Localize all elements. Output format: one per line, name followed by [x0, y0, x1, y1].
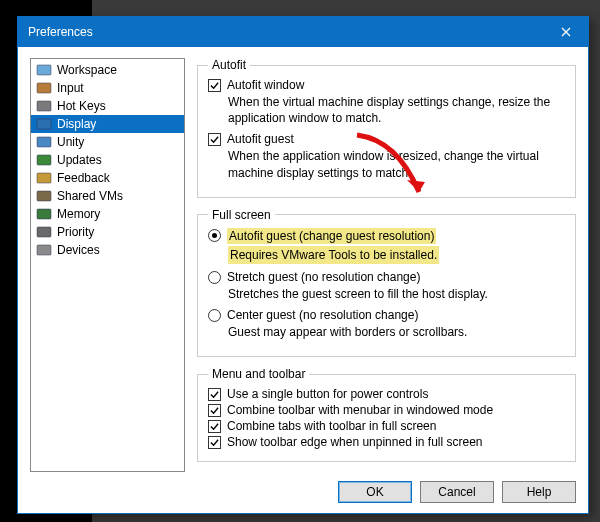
sidebar-item-memory[interactable]: Memory — [31, 205, 184, 223]
fullscreen-autofit-radio[interactable] — [208, 229, 221, 242]
titlebar[interactable]: Preferences — [18, 17, 588, 47]
fullscreen-stretch-desc: Stretches the guest screen to fill the h… — [228, 286, 565, 302]
sidebar-item-priority[interactable]: Priority — [31, 223, 184, 241]
sidebar-item-label: Shared VMs — [57, 189, 123, 203]
fullscreen-autofit-label[interactable]: Autofit guest (change guest resolution) — [227, 228, 436, 244]
preferences-dialog: Preferences WorkspaceInputHot KeysDispla… — [17, 16, 589, 514]
fullscreen-center-label[interactable]: Center guest (no resolution change) — [227, 308, 418, 322]
fullscreen-autofit-desc: Requires VMware Tools to be installed. — [228, 246, 439, 264]
autofit-guest-desc: When the application window is resized, … — [228, 148, 565, 180]
updates-icon — [36, 152, 52, 168]
autofit-window-desc: When the virtual machine display setting… — [228, 94, 565, 126]
fullscreen-legend: Full screen — [208, 208, 275, 222]
fullscreen-center-radio[interactable] — [208, 309, 221, 322]
sidebar-item-label: Updates — [57, 153, 102, 167]
dialog-footer: OK Cancel Help — [18, 481, 588, 515]
autofit-legend: Autofit — [208, 58, 250, 72]
priority-icon — [36, 224, 52, 240]
feedback-icon — [36, 170, 52, 186]
cancel-button[interactable]: Cancel — [420, 481, 494, 503]
svg-rect-9 — [37, 227, 51, 237]
combine-tabs-toolbar-checkbox[interactable] — [208, 420, 221, 433]
hotkeys-icon — [36, 98, 52, 114]
sidebar-item-input[interactable]: Input — [31, 79, 184, 97]
sidebar-item-label: Hot Keys — [57, 99, 106, 113]
devices-icon — [36, 242, 52, 258]
show-toolbar-edge-label[interactable]: Show toolbar edge when unpinned in full … — [227, 435, 483, 449]
autofit-window-label[interactable]: Autofit window — [227, 78, 304, 92]
category-list[interactable]: WorkspaceInputHot KeysDisplayUnityUpdate… — [30, 58, 185, 472]
autofit-guest-checkbox[interactable] — [208, 133, 221, 146]
sidebar-item-hot-keys[interactable]: Hot Keys — [31, 97, 184, 115]
svg-rect-4 — [37, 137, 51, 147]
sidebar-item-updates[interactable]: Updates — [31, 151, 184, 169]
svg-rect-5 — [37, 155, 51, 165]
help-button[interactable]: Help — [502, 481, 576, 503]
fullscreen-group: Full screen Autofit guest (change guest … — [197, 208, 576, 358]
combine-toolbar-menubar-checkbox[interactable] — [208, 404, 221, 417]
sidebar-item-label: Display — [57, 117, 96, 131]
svg-rect-10 — [37, 245, 51, 255]
menutoolbar-group: Menu and toolbar Use a single button for… — [197, 367, 576, 462]
unity-icon — [36, 134, 52, 150]
display-icon — [36, 116, 52, 132]
memory-icon — [36, 206, 52, 222]
svg-rect-0 — [37, 65, 51, 75]
sidebar-item-label: Unity — [57, 135, 84, 149]
ok-button[interactable]: OK — [338, 481, 412, 503]
sidebar-item-display[interactable]: Display — [31, 115, 184, 133]
sidebar-item-devices[interactable]: Devices — [31, 241, 184, 259]
sidebar-item-label: Workspace — [57, 63, 117, 77]
window-title: Preferences — [28, 25, 93, 39]
svg-rect-6 — [37, 173, 51, 183]
sidebar-item-unity[interactable]: Unity — [31, 133, 184, 151]
single-power-button-checkbox[interactable] — [208, 388, 221, 401]
close-button[interactable] — [543, 17, 588, 47]
fullscreen-stretch-radio[interactable] — [208, 271, 221, 284]
svg-rect-7 — [37, 191, 51, 201]
fullscreen-stretch-label[interactable]: Stretch guest (no resolution change) — [227, 270, 420, 284]
close-icon — [561, 27, 571, 37]
sidebar-item-label: Feedback — [57, 171, 110, 185]
sidebar-item-label: Priority — [57, 225, 94, 239]
shared-icon — [36, 188, 52, 204]
svg-rect-1 — [37, 83, 51, 93]
combine-tabs-toolbar-label[interactable]: Combine tabs with toolbar in full screen — [227, 419, 436, 433]
menutoolbar-legend: Menu and toolbar — [208, 367, 309, 381]
workspace-icon — [36, 62, 52, 78]
autofit-window-checkbox[interactable] — [208, 79, 221, 92]
svg-rect-8 — [37, 209, 51, 219]
combine-toolbar-menubar-label[interactable]: Combine toolbar with menubar in windowed… — [227, 403, 493, 417]
sidebar-item-label: Memory — [57, 207, 100, 221]
single-power-button-label[interactable]: Use a single button for power controls — [227, 387, 428, 401]
settings-pane: Autofit Autofit window When the virtual … — [197, 58, 576, 472]
autofit-guest-label[interactable]: Autofit guest — [227, 132, 294, 146]
fullscreen-center-desc: Guest may appear with borders or scrollb… — [228, 324, 565, 340]
autofit-group: Autofit Autofit window When the virtual … — [197, 58, 576, 198]
sidebar-item-feedback[interactable]: Feedback — [31, 169, 184, 187]
sidebar-item-workspace[interactable]: Workspace — [31, 61, 184, 79]
sidebar-item-label: Devices — [57, 243, 100, 257]
svg-rect-3 — [37, 119, 51, 129]
sidebar-item-shared-vms[interactable]: Shared VMs — [31, 187, 184, 205]
svg-rect-2 — [37, 101, 51, 111]
sidebar-item-label: Input — [57, 81, 84, 95]
show-toolbar-edge-checkbox[interactable] — [208, 436, 221, 449]
input-icon — [36, 80, 52, 96]
